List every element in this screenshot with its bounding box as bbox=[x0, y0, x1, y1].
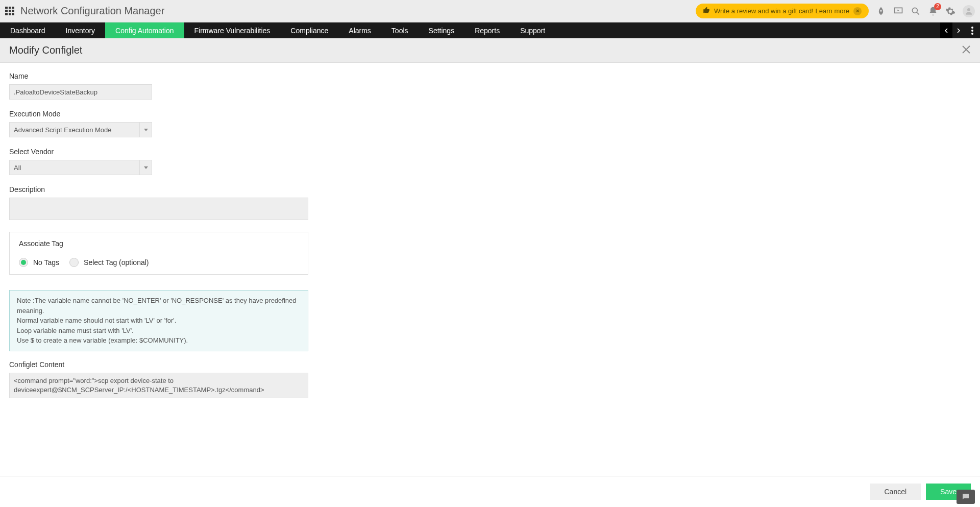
radio-no-tags[interactable] bbox=[19, 258, 28, 267]
vendor-select[interactable]: All bbox=[9, 160, 152, 175]
associate-tag-title: Associate Tag bbox=[19, 239, 299, 248]
configlet-content-label: Configlet Content bbox=[9, 360, 971, 369]
note-line-2: Normal variable name should not start wi… bbox=[17, 316, 301, 326]
page-title: Modify Configlet bbox=[9, 44, 82, 56]
vendor-value: All bbox=[14, 164, 21, 172]
svg-point-4 bbox=[971, 30, 973, 32]
associate-tag-box: Associate Tag No Tags Select Tag (option… bbox=[9, 232, 308, 275]
chat-icon[interactable] bbox=[957, 490, 975, 504]
name-label: Name bbox=[9, 72, 971, 80]
svg-point-0 bbox=[912, 8, 917, 13]
note-line-1: Note :The variable name cannot be 'NO_EN… bbox=[17, 296, 301, 316]
note-line-3: Loop variable name must start with 'LV'. bbox=[17, 326, 301, 336]
close-icon[interactable] bbox=[962, 45, 971, 56]
nav-settings[interactable]: Settings bbox=[419, 22, 465, 38]
form-body: Name Execution Mode Advanced Script Exec… bbox=[0, 63, 980, 476]
main-nav: Dashboard Inventory Config Automation Fi… bbox=[0, 22, 980, 38]
top-header: Network Configuration Manager Write a re… bbox=[0, 0, 980, 22]
search-icon[interactable] bbox=[911, 6, 921, 16]
nav-support[interactable]: Support bbox=[510, 22, 555, 38]
app-title: Network Configuration Manager bbox=[20, 5, 164, 17]
radio-select-tag[interactable] bbox=[69, 258, 79, 267]
svg-point-5 bbox=[971, 33, 973, 35]
promo-banner[interactable]: Write a review and win a gift card! Lear… bbox=[696, 4, 869, 18]
rocket-icon[interactable] bbox=[876, 6, 886, 16]
nav-compliance[interactable]: Compliance bbox=[280, 22, 338, 38]
nav-reports[interactable]: Reports bbox=[464, 22, 510, 38]
footer-bar: Cancel Save bbox=[0, 476, 980, 506]
exec-mode-value: Advanced Script Execution Mode bbox=[14, 126, 112, 134]
radio-no-tags-label: No Tags bbox=[33, 258, 59, 267]
cancel-button[interactable]: Cancel bbox=[870, 484, 921, 500]
description-input[interactable] bbox=[9, 198, 308, 220]
chevron-down-icon bbox=[139, 160, 152, 175]
svg-line-1 bbox=[917, 12, 919, 14]
chevron-down-icon bbox=[139, 123, 152, 137]
svg-point-3 bbox=[971, 27, 973, 29]
radio-select-tag-label: Select Tag (optional) bbox=[84, 258, 149, 267]
name-input[interactable] bbox=[9, 84, 152, 100]
gear-icon[interactable] bbox=[945, 6, 955, 16]
nav-next-icon[interactable] bbox=[952, 22, 965, 38]
nav-config-automation[interactable]: Config Automation bbox=[105, 22, 184, 38]
nav-dashboard[interactable]: Dashboard bbox=[0, 22, 56, 38]
note-line-4: Use $ to create a new variable (example:… bbox=[17, 335, 301, 346]
promo-close-icon[interactable]: ✕ bbox=[853, 7, 862, 15]
variable-note-box: Note :The variable name cannot be 'NO_EN… bbox=[9, 290, 308, 351]
description-label: Description bbox=[9, 185, 971, 194]
bell-icon[interactable]: 2 bbox=[928, 6, 938, 16]
exec-mode-label: Execution Mode bbox=[9, 110, 971, 118]
notification-badge: 2 bbox=[934, 3, 941, 10]
vendor-label: Select Vendor bbox=[9, 148, 971, 156]
configlet-content-input[interactable]: <command prompt="word:">scp export devic… bbox=[9, 373, 308, 398]
page-header: Modify Configlet bbox=[0, 38, 980, 63]
thumbs-up-icon bbox=[703, 7, 710, 15]
nav-alarms[interactable]: Alarms bbox=[338, 22, 381, 38]
exec-mode-select[interactable]: Advanced Script Execution Mode bbox=[9, 122, 152, 137]
nav-more-icon[interactable] bbox=[965, 22, 980, 38]
nav-inventory[interactable]: Inventory bbox=[56, 22, 106, 38]
svg-point-2 bbox=[967, 8, 970, 11]
presentation-icon[interactable] bbox=[893, 6, 903, 16]
promo-text: Write a review and win a gift card! Lear… bbox=[714, 7, 849, 15]
apps-grid-icon[interactable] bbox=[5, 7, 14, 16]
nav-firmware-vulnerabilities[interactable]: Firmware Vulnerabilities bbox=[184, 22, 281, 38]
user-avatar[interactable] bbox=[963, 5, 975, 17]
nav-tools[interactable]: Tools bbox=[381, 22, 419, 38]
nav-prev-icon[interactable] bbox=[940, 22, 952, 38]
